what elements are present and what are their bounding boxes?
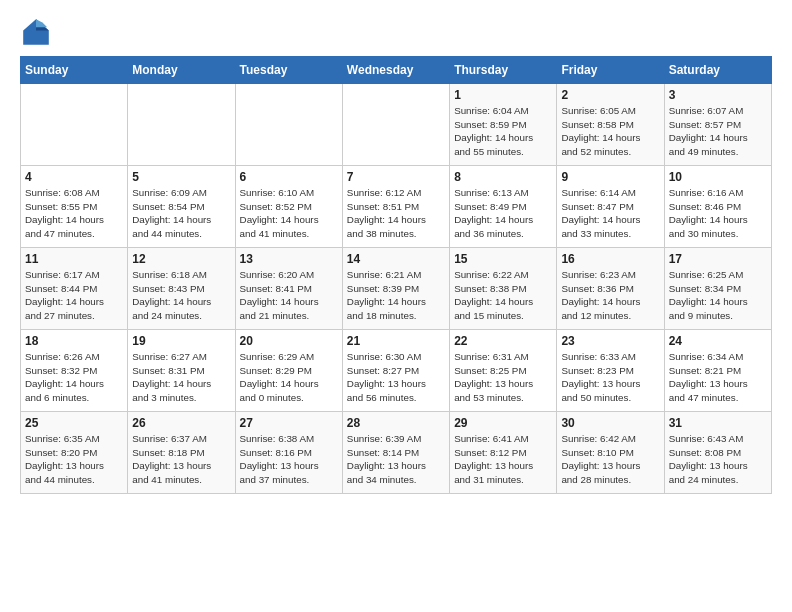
day-number: 19 <box>132 334 230 348</box>
calendar-cell: 31Sunrise: 6:43 AMSunset: 8:08 PMDayligh… <box>664 412 771 494</box>
calendar-week-1: 1Sunrise: 6:04 AMSunset: 8:59 PMDaylight… <box>21 84 772 166</box>
calendar-header-row: SundayMondayTuesdayWednesdayThursdayFrid… <box>21 57 772 84</box>
calendar-cell: 12Sunrise: 6:18 AMSunset: 8:43 PMDayligh… <box>128 248 235 330</box>
day-number: 23 <box>561 334 659 348</box>
calendar-cell: 17Sunrise: 6:25 AMSunset: 8:34 PMDayligh… <box>664 248 771 330</box>
day-number: 8 <box>454 170 552 184</box>
calendar-cell: 24Sunrise: 6:34 AMSunset: 8:21 PMDayligh… <box>664 330 771 412</box>
day-info: Sunrise: 6:17 AMSunset: 8:44 PMDaylight:… <box>25 268 123 323</box>
day-info: Sunrise: 6:41 AMSunset: 8:12 PMDaylight:… <box>454 432 552 487</box>
day-number: 9 <box>561 170 659 184</box>
day-number: 20 <box>240 334 338 348</box>
day-number: 25 <box>25 416 123 430</box>
day-number: 2 <box>561 88 659 102</box>
calendar-cell: 1Sunrise: 6:04 AMSunset: 8:59 PMDaylight… <box>450 84 557 166</box>
calendar-cell: 28Sunrise: 6:39 AMSunset: 8:14 PMDayligh… <box>342 412 449 494</box>
logo-icon <box>20 16 52 48</box>
day-info: Sunrise: 6:38 AMSunset: 8:16 PMDaylight:… <box>240 432 338 487</box>
calendar-week-2: 4Sunrise: 6:08 AMSunset: 8:55 PMDaylight… <box>21 166 772 248</box>
calendar-header-friday: Friday <box>557 57 664 84</box>
day-info: Sunrise: 6:23 AMSunset: 8:36 PMDaylight:… <box>561 268 659 323</box>
calendar-header-saturday: Saturday <box>664 57 771 84</box>
day-info: Sunrise: 6:13 AMSunset: 8:49 PMDaylight:… <box>454 186 552 241</box>
day-info: Sunrise: 6:22 AMSunset: 8:38 PMDaylight:… <box>454 268 552 323</box>
calendar-cell: 14Sunrise: 6:21 AMSunset: 8:39 PMDayligh… <box>342 248 449 330</box>
day-info: Sunrise: 6:05 AMSunset: 8:58 PMDaylight:… <box>561 104 659 159</box>
day-info: Sunrise: 6:43 AMSunset: 8:08 PMDaylight:… <box>669 432 767 487</box>
day-info: Sunrise: 6:31 AMSunset: 8:25 PMDaylight:… <box>454 350 552 405</box>
calendar-cell: 30Sunrise: 6:42 AMSunset: 8:10 PMDayligh… <box>557 412 664 494</box>
logo <box>20 16 56 48</box>
calendar-cell: 18Sunrise: 6:26 AMSunset: 8:32 PMDayligh… <box>21 330 128 412</box>
day-info: Sunrise: 6:07 AMSunset: 8:57 PMDaylight:… <box>669 104 767 159</box>
calendar-header-sunday: Sunday <box>21 57 128 84</box>
day-number: 27 <box>240 416 338 430</box>
calendar-cell: 10Sunrise: 6:16 AMSunset: 8:46 PMDayligh… <box>664 166 771 248</box>
day-number: 3 <box>669 88 767 102</box>
day-info: Sunrise: 6:14 AMSunset: 8:47 PMDaylight:… <box>561 186 659 241</box>
calendar-week-3: 11Sunrise: 6:17 AMSunset: 8:44 PMDayligh… <box>21 248 772 330</box>
day-info: Sunrise: 6:35 AMSunset: 8:20 PMDaylight:… <box>25 432 123 487</box>
day-info: Sunrise: 6:10 AMSunset: 8:52 PMDaylight:… <box>240 186 338 241</box>
day-info: Sunrise: 6:16 AMSunset: 8:46 PMDaylight:… <box>669 186 767 241</box>
day-number: 21 <box>347 334 445 348</box>
day-number: 11 <box>25 252 123 266</box>
day-number: 22 <box>454 334 552 348</box>
header <box>20 16 772 48</box>
day-info: Sunrise: 6:29 AMSunset: 8:29 PMDaylight:… <box>240 350 338 405</box>
calendar-header-wednesday: Wednesday <box>342 57 449 84</box>
calendar-header-thursday: Thursday <box>450 57 557 84</box>
calendar-cell: 29Sunrise: 6:41 AMSunset: 8:12 PMDayligh… <box>450 412 557 494</box>
svg-marker-2 <box>36 19 47 27</box>
calendar-header-monday: Monday <box>128 57 235 84</box>
day-number: 31 <box>669 416 767 430</box>
calendar-cell <box>128 84 235 166</box>
day-info: Sunrise: 6:20 AMSunset: 8:41 PMDaylight:… <box>240 268 338 323</box>
day-number: 30 <box>561 416 659 430</box>
calendar-cell: 15Sunrise: 6:22 AMSunset: 8:38 PMDayligh… <box>450 248 557 330</box>
day-number: 29 <box>454 416 552 430</box>
day-info: Sunrise: 6:25 AMSunset: 8:34 PMDaylight:… <box>669 268 767 323</box>
calendar-cell <box>235 84 342 166</box>
day-number: 6 <box>240 170 338 184</box>
day-number: 28 <box>347 416 445 430</box>
day-info: Sunrise: 6:08 AMSunset: 8:55 PMDaylight:… <box>25 186 123 241</box>
page-container: SundayMondayTuesdayWednesdayThursdayFrid… <box>0 0 792 504</box>
calendar-cell <box>21 84 128 166</box>
day-number: 4 <box>25 170 123 184</box>
calendar-cell: 11Sunrise: 6:17 AMSunset: 8:44 PMDayligh… <box>21 248 128 330</box>
day-info: Sunrise: 6:12 AMSunset: 8:51 PMDaylight:… <box>347 186 445 241</box>
calendar-cell: 22Sunrise: 6:31 AMSunset: 8:25 PMDayligh… <box>450 330 557 412</box>
day-number: 13 <box>240 252 338 266</box>
calendar-cell: 9Sunrise: 6:14 AMSunset: 8:47 PMDaylight… <box>557 166 664 248</box>
day-number: 26 <box>132 416 230 430</box>
calendar-week-4: 18Sunrise: 6:26 AMSunset: 8:32 PMDayligh… <box>21 330 772 412</box>
calendar-cell: 5Sunrise: 6:09 AMSunset: 8:54 PMDaylight… <box>128 166 235 248</box>
day-number: 1 <box>454 88 552 102</box>
calendar-cell: 19Sunrise: 6:27 AMSunset: 8:31 PMDayligh… <box>128 330 235 412</box>
day-info: Sunrise: 6:09 AMSunset: 8:54 PMDaylight:… <box>132 186 230 241</box>
day-number: 24 <box>669 334 767 348</box>
calendar-cell: 21Sunrise: 6:30 AMSunset: 8:27 PMDayligh… <box>342 330 449 412</box>
day-number: 15 <box>454 252 552 266</box>
day-info: Sunrise: 6:04 AMSunset: 8:59 PMDaylight:… <box>454 104 552 159</box>
day-number: 7 <box>347 170 445 184</box>
day-info: Sunrise: 6:34 AMSunset: 8:21 PMDaylight:… <box>669 350 767 405</box>
calendar-week-5: 25Sunrise: 6:35 AMSunset: 8:20 PMDayligh… <box>21 412 772 494</box>
calendar-cell: 4Sunrise: 6:08 AMSunset: 8:55 PMDaylight… <box>21 166 128 248</box>
day-number: 12 <box>132 252 230 266</box>
calendar-cell: 7Sunrise: 6:12 AMSunset: 8:51 PMDaylight… <box>342 166 449 248</box>
calendar-cell: 16Sunrise: 6:23 AMSunset: 8:36 PMDayligh… <box>557 248 664 330</box>
calendar-cell: 6Sunrise: 6:10 AMSunset: 8:52 PMDaylight… <box>235 166 342 248</box>
calendar-cell: 2Sunrise: 6:05 AMSunset: 8:58 PMDaylight… <box>557 84 664 166</box>
day-info: Sunrise: 6:26 AMSunset: 8:32 PMDaylight:… <box>25 350 123 405</box>
calendar-cell: 23Sunrise: 6:33 AMSunset: 8:23 PMDayligh… <box>557 330 664 412</box>
day-number: 17 <box>669 252 767 266</box>
calendar-cell <box>342 84 449 166</box>
calendar-cell: 25Sunrise: 6:35 AMSunset: 8:20 PMDayligh… <box>21 412 128 494</box>
day-info: Sunrise: 6:42 AMSunset: 8:10 PMDaylight:… <box>561 432 659 487</box>
day-number: 14 <box>347 252 445 266</box>
calendar-cell: 3Sunrise: 6:07 AMSunset: 8:57 PMDaylight… <box>664 84 771 166</box>
day-info: Sunrise: 6:30 AMSunset: 8:27 PMDaylight:… <box>347 350 445 405</box>
day-number: 18 <box>25 334 123 348</box>
